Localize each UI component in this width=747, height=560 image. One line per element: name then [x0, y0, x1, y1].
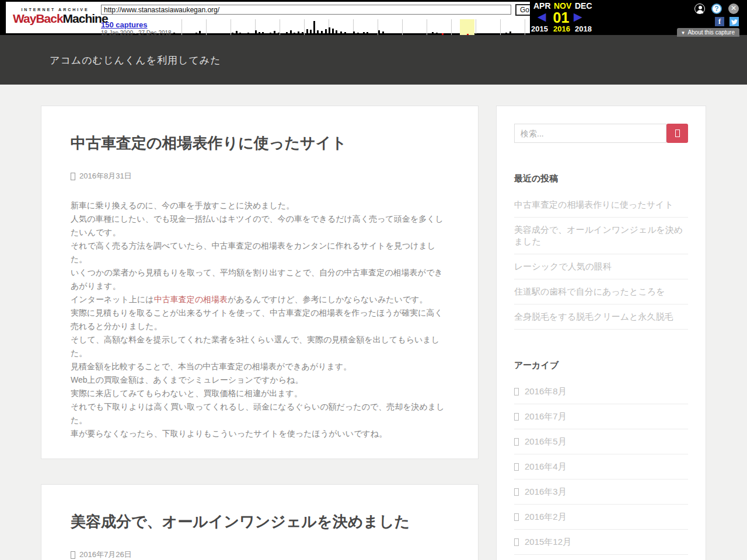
capture-bar	[236, 31, 238, 35]
capture-bar	[505, 33, 507, 35]
archive-item-label: 2016年3月	[525, 486, 567, 498]
capture-bar	[357, 33, 359, 35]
post-title-link[interactable]: 中古車査定の相場表作りに使ったサイト	[71, 134, 449, 152]
capture-bar	[386, 33, 388, 35]
capture-bar	[382, 32, 384, 35]
capture-bar	[329, 27, 330, 35]
site-title-link[interactable]: アコムのむじんくんを利用してみた	[50, 54, 221, 67]
calendar-icon	[71, 551, 75, 559]
folder-icon	[514, 438, 519, 446]
capture-bar	[165, 33, 166, 35]
capture-bar	[413, 34, 415, 35]
capture-bar	[199, 31, 201, 35]
capture-bar	[321, 31, 323, 35]
post-body-text: 新車に乗り換えるのに、今の車を手放すことに決めました。 人気の車種にしたい、でも…	[71, 201, 444, 304]
facebook-share-icon[interactable]: f	[715, 17, 724, 26]
used-car-price-table-link[interactable]: 中古車査定の相場表	[154, 295, 228, 304]
archive-item[interactable]: 2016年4月	[514, 454, 688, 480]
user-account-icon[interactable]	[694, 4, 705, 14]
recent-posts-heading: 最近の投稿	[514, 173, 688, 184]
capture-bar	[332, 29, 334, 35]
next-capture-arrow-icon[interactable]: ▶	[574, 10, 582, 23]
current-year-label: 2016	[553, 24, 570, 33]
recent-post-item[interactable]: 住道駅の歯科で自分にあったところを	[514, 279, 688, 304]
calendar-icon	[71, 173, 75, 180]
captures-count-link[interactable]: 150 captures	[101, 20, 148, 29]
capture-marker-red	[442, 33, 444, 35]
next-year-label[interactable]: 2018	[575, 24, 592, 33]
wayback-logo[interactable]: INTERNET ARCHIVE WayBackMachine	[13, 5, 97, 32]
search-box	[514, 124, 688, 143]
site-header: アコムのむじんくんを利用してみた	[0, 35, 747, 85]
archive-item[interactable]: 2016年2月	[514, 505, 688, 530]
folder-icon	[514, 513, 519, 521]
capture-bar	[494, 33, 495, 35]
help-icon[interactable]: ?	[711, 4, 722, 14]
post-title-link[interactable]: 美容成分で、オールインワンジェルを決めました	[71, 512, 449, 531]
folder-icon	[514, 388, 519, 396]
article-card: 中古車査定の相場表作りに使ったサイト 2016年8月31日 新車に乗り換えるのに…	[41, 106, 479, 459]
capture-bar	[224, 33, 225, 35]
capture-bar	[203, 33, 204, 35]
capture-bar	[448, 34, 449, 35]
sidebar: 最近の投稿 中古車査定の相場表作りに使ったサイト美容成分で、オールインワンジェル…	[496, 106, 706, 560]
capture-bar	[281, 33, 283, 35]
next-month-label[interactable]: DEC	[575, 1, 592, 10]
capture-bar	[409, 33, 410, 35]
chevron-down-icon: ▼	[680, 30, 685, 36]
folder-icon	[514, 463, 519, 471]
wayback-toolbar: INTERNET ARCHIVE WayBackMachine Go 150 c…	[0, 0, 747, 35]
prev-year-label[interactable]: 2015	[531, 24, 548, 33]
capture-bar	[252, 33, 253, 35]
archive-item[interactable]: 2016年3月	[514, 480, 688, 505]
capture-bar	[298, 32, 299, 35]
prev-month-label[interactable]: APR	[533, 1, 551, 10]
folder-icon	[514, 538, 519, 546]
capture-bar	[286, 32, 288, 35]
capture-bar	[340, 32, 342, 35]
archive-item[interactable]: 2015年12月	[514, 530, 688, 555]
archive-item[interactable]: 2016年8月	[514, 379, 688, 404]
archive-item[interactable]: 2016年7月	[514, 404, 688, 429]
recent-post-item[interactable]: 美容成分で、オールインワンジェルを決めました	[514, 218, 688, 254]
post-body-text: があるんですけど、参考にしかならないみたいです。 実際に見積もりを取ることが出来…	[71, 295, 445, 438]
twitter-share-icon[interactable]	[729, 17, 739, 26]
post-date: 2016年7月26日	[79, 550, 132, 560]
archive-item-label: 2016年4月	[525, 461, 567, 473]
archive-heading: アーカイブ	[514, 360, 688, 371]
capture-bar	[294, 33, 295, 35]
archive-item[interactable]: 2016年5月	[514, 429, 688, 454]
capture-bar	[313, 21, 315, 35]
archive-item-label: 2016年7月	[525, 411, 567, 422]
archive-list: 2016年8月2016年7月2016年5月2016年4月2016年3月2016年…	[514, 379, 688, 560]
recent-post-item[interactable]: レーシックで人気の眼科	[514, 254, 688, 279]
search-icon	[675, 130, 680, 137]
recent-post-item[interactable]: 全身脱毛をする脱毛クリームと永久脱毛	[514, 304, 688, 330]
prev-capture-arrow-icon[interactable]: ◀	[537, 10, 546, 23]
capture-bar	[306, 29, 308, 35]
capture-bar	[353, 32, 355, 35]
capture-bar	[439, 33, 441, 35]
archived-url-input[interactable]	[101, 5, 511, 15]
article-card: 美容成分で、オールインワンジェルを決めました 2016年7月26日	[41, 484, 479, 560]
capture-bar	[228, 33, 229, 35]
capture-bar	[436, 33, 438, 35]
capture-bar	[262, 32, 264, 35]
archive-item[interactable]: 2015年9月	[514, 555, 688, 560]
capture-bar	[211, 33, 213, 35]
about-this-capture-button[interactable]: ▼About this capture	[677, 28, 739, 37]
capture-timeline[interactable]	[158, 19, 535, 35]
archive-item-label: 2016年5月	[525, 436, 567, 447]
capture-bar	[325, 29, 327, 35]
capture-bar	[348, 33, 350, 35]
capture-bar	[397, 34, 399, 35]
capture-bar	[344, 32, 346, 35]
capture-bar	[366, 32, 368, 35]
recent-post-item[interactable]: 中古車査定の相場表作りに使ったサイト	[514, 192, 688, 218]
search-button[interactable]	[666, 124, 688, 143]
capture-bar	[270, 33, 271, 35]
search-input[interactable]	[514, 124, 666, 143]
post-meta: 2016年8月31日	[71, 171, 449, 181]
close-toolbar-icon[interactable]: ✕	[728, 4, 739, 14]
post-meta: 2016年7月26日	[71, 550, 449, 560]
